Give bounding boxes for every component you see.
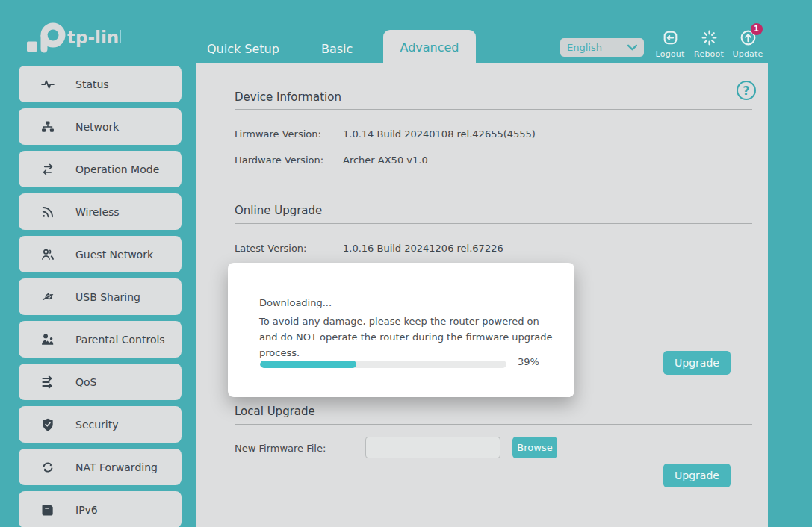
sidebar-item-network[interactable]: Network: [19, 108, 182, 145]
language-selected-value: English: [567, 42, 602, 53]
sidebar-item-label: IPv6: [75, 504, 98, 516]
chevron-down-icon: [627, 44, 637, 51]
sidebar-item-label: NAT Forwarding: [75, 461, 158, 473]
tab-advanced[interactable]: Advanced: [383, 30, 476, 63]
logout-button[interactable]: Logout: [650, 28, 690, 59]
divider: [235, 223, 752, 224]
sidebar-item-qos[interactable]: QoS: [19, 364, 182, 400]
update-badge: 1: [751, 23, 763, 35]
update-label: Update: [728, 49, 768, 59]
sidebar-item-label: Parental Controls: [75, 334, 165, 346]
sidebar-item-security[interactable]: Security: [19, 406, 182, 443]
sidebar-item-parental-controls[interactable]: Parental Controls: [19, 321, 182, 358]
qos-icon: [40, 375, 55, 390]
download-progress-dialog: Downloading... To avoid any damage, plea…: [228, 263, 574, 397]
reboot-icon: [700, 28, 719, 47]
operation-mode-icon: [40, 162, 55, 177]
update-icon: 1: [739, 28, 757, 47]
download-progress-bar: [260, 361, 506, 368]
sidebar-item-operation-mode[interactable]: Operation Mode: [19, 151, 182, 187]
parental-controls-icon: [40, 332, 55, 347]
sidebar-item-ipv6[interactable]: IPv6: [19, 491, 182, 527]
security-icon: [40, 417, 55, 432]
sidebar-item-label: Status: [75, 78, 109, 90]
section-title-device-information: Device Information: [235, 90, 341, 104]
ipv6-icon: [40, 502, 55, 517]
sidebar-item-label: Wireless: [75, 206, 120, 218]
download-progress-fill: [260, 361, 356, 368]
latest-version-value: 1.0.16 Build 20241206 rel.67226: [343, 243, 503, 254]
wireless-icon: [40, 205, 55, 219]
sidebar-item-nat-forwarding[interactable]: NAT Forwarding: [19, 449, 182, 485]
download-progress-percent: 39%: [518, 356, 539, 367]
download-warning-text: To avoid any damage, please keep the rou…: [259, 314, 557, 361]
tab-quick-setup[interactable]: Quick Setup: [207, 42, 279, 56]
new-firmware-file-label: New Firmware File:: [235, 443, 326, 454]
firmware-version-value: 1.0.14 Build 20240108 rel.42655(4555): [343, 128, 536, 140]
sidebar-item-status[interactable]: Status: [19, 66, 182, 102]
svg-text:tp-link: tp-link: [67, 28, 121, 47]
firmware-version-label: Firmware Version:: [235, 128, 321, 140]
browse-button[interactable]: Browse: [512, 437, 557, 458]
sidebar-item-label: USB Sharing: [75, 291, 140, 303]
divider: [235, 109, 752, 110]
divider: [235, 424, 752, 425]
sidebar-item-wireless[interactable]: Wireless: [19, 193, 182, 230]
hardware-version-value: Archer AX50 v1.0: [343, 155, 428, 166]
online-upgrade-button[interactable]: Upgrade: [663, 351, 731, 375]
sidebar-item-usb-sharing[interactable]: USB Sharing: [19, 278, 182, 315]
section-title-online-upgrade: Online Upgrade: [235, 204, 322, 217]
usb-sharing-icon: [40, 290, 55, 305]
guest-network-icon: [40, 247, 55, 262]
nat-forwarding-icon: [40, 460, 55, 475]
sidebar-item-label: Network: [75, 121, 119, 133]
sidebar-item-label: Operation Mode: [75, 163, 159, 175]
network-icon: [40, 119, 55, 134]
download-status-text: Downloading...: [259, 297, 332, 308]
latest-version-label: Latest Version:: [235, 243, 307, 254]
reboot-button[interactable]: Reboot: [689, 28, 729, 59]
sidebar-item-label: Guest Network: [75, 249, 153, 261]
logout-label: Logout: [650, 49, 690, 59]
sidebar-item-label: Security: [75, 419, 119, 431]
logout-icon: [661, 28, 680, 47]
status-icon: [40, 77, 55, 92]
language-select[interactable]: English: [560, 38, 644, 57]
header: tp-link Quick Setup Basic Advanced Engli…: [0, 0, 812, 63]
local-upgrade-button[interactable]: Upgrade: [663, 464, 731, 487]
new-firmware-file-input[interactable]: [365, 437, 500, 458]
reboot-label: Reboot: [689, 49, 729, 59]
tp-link-logo: tp-link: [20, 21, 121, 58]
section-title-local-upgrade: Local Upgrade: [235, 405, 315, 418]
help-icon[interactable]: ?: [737, 81, 756, 100]
tab-basic[interactable]: Basic: [321, 42, 353, 56]
sidebar-item-guest-network[interactable]: Guest Network: [19, 236, 182, 272]
sidebar-item-label: QoS: [75, 376, 96, 388]
hardware-version-label: Hardware Version:: [235, 155, 323, 166]
update-button[interactable]: 1 Update: [728, 28, 768, 59]
